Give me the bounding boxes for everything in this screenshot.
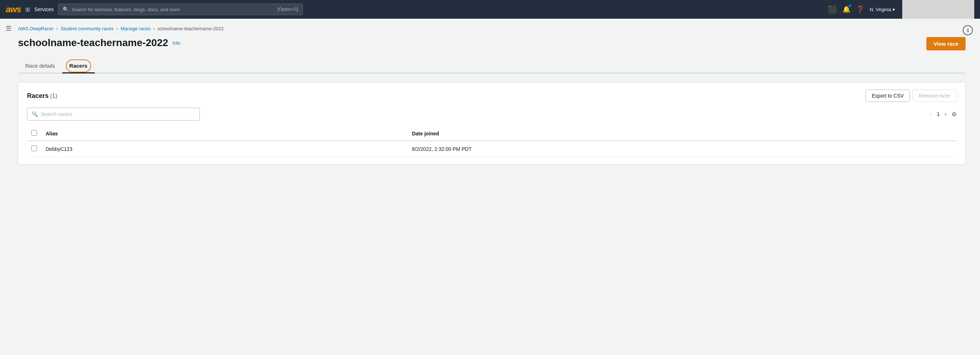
racers-table: Alias Date joined DebbyC123 8/2/2022, 2:… [27,126,956,157]
terminal-icon[interactable]: ⬛ [828,5,837,14]
pagination-next-button[interactable]: › [943,110,949,119]
row-checkbox-cell [27,141,41,157]
search-racers-wrapper: 🔍 [27,108,200,121]
sidebar-toggle[interactable]: ☰ [6,24,11,32]
breadcrumb: AWS DeepRacer › Student community races … [18,26,966,31]
global-search-input[interactable] [72,7,275,12]
page-header: schoolname-teachername-2022 Info View ra… [18,37,966,50]
remove-racer-button[interactable]: Remove racer [913,90,956,102]
racers-count: (1) [50,93,57,99]
view-race-button[interactable]: View race [926,37,966,50]
notification-bell-icon[interactable]: 🔔 [842,5,850,13]
main-wrapper: ☰ AWS DeepRacer › Student community race… [0,19,980,355]
info-badge[interactable]: Info [172,40,180,46]
alias-cell: DebbyC123 [41,141,407,157]
breadcrumb-current: schoolname-teachername-2022 [158,26,224,31]
services-nav-label[interactable]: Services [34,6,54,12]
top-nav: aws ⊞ Services 🔍 [Option+S] ⬛ 🔔 ❓ N. Vir… [0,0,980,19]
pagination-settings-button[interactable]: ⚙ [951,111,956,118]
page-title: schoolname-teachername-2022 [18,37,168,49]
search-shortcut: [Option+S] [278,7,298,12]
date-joined-cell: 8/2/2022, 2:32:00 PM PDT [407,141,956,157]
select-all-checkbox[interactable] [31,130,37,136]
racers-table-body: DebbyC123 8/2/2022, 2:32:00 PM PDT [27,141,956,157]
search-racers-icon: 🔍 [32,111,38,117]
racers-panel: Racers (1) Export to CSV Remove racer 🔍 … [18,82,966,164]
select-all-col [27,126,41,141]
page-title-area: schoolname-teachername-2022 Info [18,37,180,49]
date-col-header: Date joined [407,126,956,141]
aws-logo[interactable]: aws [6,4,21,14]
search-racers-input[interactable] [41,111,195,117]
search-icon: 🔍 [63,6,69,12]
page-info-circle[interactable]: ℹ [963,25,973,35]
racers-title: Racers [27,92,49,99]
search-pagination-row: 🔍 ‹ 1 › ⚙ [27,108,956,121]
breadcrumb-manage-races[interactable]: Manage races [121,26,150,31]
breadcrumb-sep-2: › [116,26,118,31]
row-checkbox[interactable] [31,145,37,151]
nav-icons: ⬛ 🔔 ❓ N. Virginia ▾ [828,5,895,14]
tab-race-details[interactable]: Race details [18,59,62,73]
racers-header: Racers (1) Export to CSV Remove racer [27,90,956,102]
pagination: ‹ 1 › ⚙ [928,110,956,119]
breadcrumb-deepracer[interactable]: AWS DeepRacer [18,26,54,31]
racers-table-head: Alias Date joined [27,126,956,141]
notification-dot [849,4,851,7]
pagination-current: 1 [937,111,940,117]
racers-title-area: Racers (1) [27,92,57,100]
racers-actions: Export to CSV Remove racer [865,90,956,102]
tabs: Race details Racers [18,59,966,73]
breadcrumb-sep-3: › [153,26,155,31]
pagination-prev-button[interactable]: ‹ [928,110,934,119]
help-icon[interactable]: ❓ [856,5,864,13]
grid-icon[interactable]: ⊞ [25,6,30,13]
table-row: DebbyC123 8/2/2022, 2:32:00 PM PDT [27,141,956,157]
export-csv-button[interactable]: Export to CSV [865,90,910,102]
alias-col-header: Alias [41,126,407,141]
breadcrumb-sep-1: › [57,26,58,31]
racers-table-header-row: Alias Date joined [27,126,956,141]
account-bar[interactable] [902,0,974,19]
global-search-bar: 🔍 [Option+S] [58,3,303,15]
region-selector[interactable]: N. Virginia ▾ [870,7,895,12]
breadcrumb-student-races[interactable]: Student community races [61,26,114,31]
tab-racers[interactable]: Racers [62,59,95,73]
